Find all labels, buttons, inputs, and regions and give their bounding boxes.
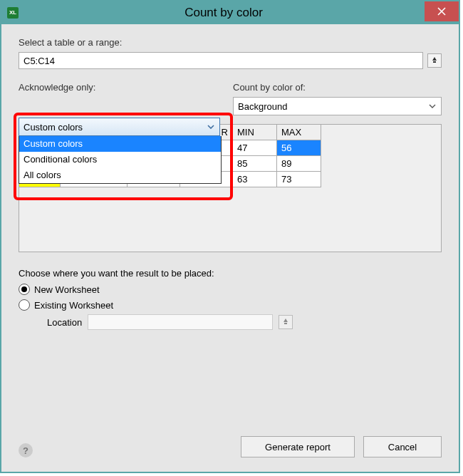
placement-label: Choose where you want the result to be p… bbox=[19, 268, 442, 279]
radio-new-worksheet[interactable]: New Worksheet bbox=[19, 281, 442, 297]
table-cell[interactable]: 47 bbox=[233, 140, 277, 156]
acknowledge-listbox[interactable]: Custom colorsConditional colorsAll color… bbox=[19, 136, 222, 184]
collapse-dialog-button[interactable] bbox=[427, 53, 442, 68]
radio-icon bbox=[19, 299, 30, 311]
table-cell[interactable]: 73 bbox=[277, 172, 321, 187]
chevron-down-icon bbox=[205, 121, 217, 133]
table-header[interactable]: MAX bbox=[277, 125, 321, 140]
radio-label-new: New Worksheet bbox=[34, 284, 100, 295]
dialog-window: XL Count by color Select a table or a ra… bbox=[0, 0, 460, 473]
app-icon: XL bbox=[7, 7, 19, 19]
title-bar: XL Count by color bbox=[1, 1, 459, 24]
range-label: Select a table or a range: bbox=[19, 37, 442, 48]
help-button[interactable]: ? bbox=[19, 443, 33, 457]
acknowledge-option[interactable]: Custom colors bbox=[19, 136, 221, 152]
acknowledge-option[interactable]: Conditional colors bbox=[19, 152, 221, 167]
radio-existing-worksheet[interactable]: Existing Worksheet bbox=[19, 297, 442, 313]
location-input bbox=[88, 314, 273, 330]
count-by-value: Background bbox=[238, 101, 287, 112]
table-cell[interactable]: 85 bbox=[233, 156, 277, 172]
table-cell[interactable]: 89 bbox=[277, 156, 321, 172]
table-cell[interactable]: 56 bbox=[277, 140, 321, 156]
arrow-up-icon bbox=[431, 57, 438, 64]
location-label: Location bbox=[47, 317, 82, 328]
close-icon bbox=[437, 7, 446, 16]
arrow-up-icon bbox=[282, 319, 289, 326]
acknowledge-combo[interactable]: Custom colors Custom colorsConditional c… bbox=[19, 118, 220, 184]
radio-label-existing: Existing Worksheet bbox=[34, 300, 113, 311]
acknowledge-label: Acknowledge only: bbox=[19, 82, 227, 93]
range-input[interactable] bbox=[19, 52, 423, 69]
count-by-combo[interactable]: Background bbox=[233, 97, 442, 115]
count-by-label: Count by color of: bbox=[233, 82, 442, 93]
acknowledge-combo-value: Custom colors bbox=[24, 122, 83, 133]
chevron-down-icon bbox=[427, 100, 438, 112]
generate-report-button[interactable]: Generate report bbox=[241, 436, 355, 457]
location-collapse-button[interactable] bbox=[279, 315, 293, 329]
svg-rect-2 bbox=[433, 61, 436, 63]
window-title: Count by color bbox=[24, 6, 459, 20]
cancel-button[interactable]: Cancel bbox=[363, 436, 442, 457]
table-cell[interactable]: 63 bbox=[233, 172, 277, 187]
radio-icon bbox=[19, 284, 30, 295]
svg-rect-3 bbox=[284, 323, 287, 324]
acknowledge-option[interactable]: All colors bbox=[19, 167, 221, 183]
table-header[interactable]: MIN bbox=[233, 125, 277, 140]
close-button[interactable] bbox=[425, 1, 459, 21]
